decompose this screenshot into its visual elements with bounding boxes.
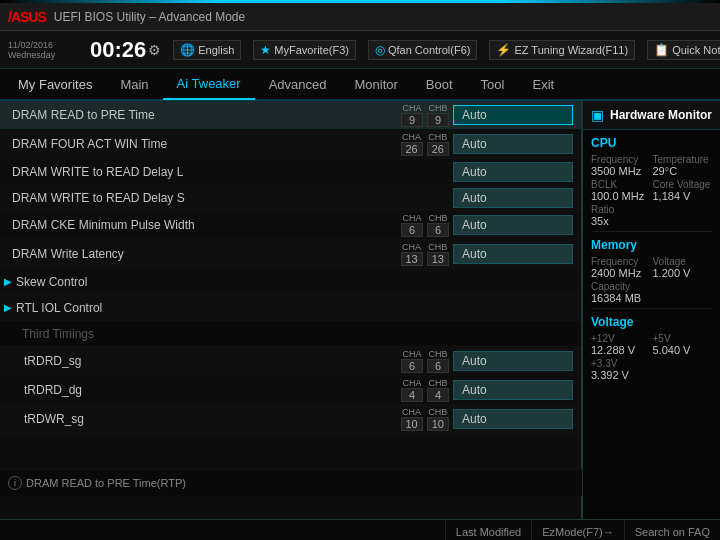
top-bar: /ASUS UEFI BIOS Utility – Advanced Mode xyxy=(0,3,720,31)
row-label: DRAM Write Latency xyxy=(4,247,401,261)
favorite-icon: ★ xyxy=(260,43,271,57)
memory-title: Memory xyxy=(591,238,712,252)
bclk-label: BCLK xyxy=(591,179,651,190)
table-row[interactable]: DRAM FOUR ACT WIN Time CHA26 CHB26 Auto xyxy=(0,130,581,159)
quicknote-label: Quick Note(F9) xyxy=(672,44,720,56)
table-row[interactable]: DRAM WRITE to READ Delay L Auto xyxy=(0,159,581,185)
channel-badges: CHA26 CHB26 xyxy=(401,132,450,156)
row-label: Skew Control xyxy=(16,275,577,289)
mem-voltage-value: 1.200 V xyxy=(653,267,713,279)
table-row[interactable]: ▶ Skew Control xyxy=(0,269,581,295)
eztuning-label: EZ Tuning Wizard(F11) xyxy=(514,44,628,56)
search-faq-button[interactable]: Search on FAQ xyxy=(624,520,720,540)
nav-exit[interactable]: Exit xyxy=(518,68,568,100)
ratio-value: 35x xyxy=(591,215,712,227)
status-bar: Last Modified EzMode(F7)→ Search on FAQ xyxy=(0,519,720,540)
table-row[interactable]: DRAM CKE Minimum Pulse Width CHA6 CHB6 A… xyxy=(0,211,581,240)
language-icon: 🌐 xyxy=(180,43,195,57)
nav-main[interactable]: Main xyxy=(106,68,162,100)
row-label: DRAM WRITE to READ Delay S xyxy=(4,191,453,205)
gear-icon[interactable]: ⚙ xyxy=(148,42,161,58)
expand-arrow-icon: ▶ xyxy=(4,302,12,313)
mem-freq-value: 2400 MHz xyxy=(591,267,651,279)
tuning-icon: ⚡ xyxy=(496,43,511,57)
value-box[interactable]: Auto xyxy=(453,105,573,125)
p33v-value: 3.392 V xyxy=(591,369,712,381)
value-box[interactable]: Auto xyxy=(453,244,573,264)
value-box[interactable]: Auto xyxy=(453,215,573,235)
core-voltage-label: Core Voltage xyxy=(653,179,713,190)
bios-title: UEFI BIOS Utility – Advanced Mode xyxy=(54,10,245,24)
value-box[interactable]: Auto xyxy=(453,351,573,371)
table-row[interactable]: tRDRD_dg CHA4 CHB4 Auto xyxy=(0,376,581,405)
nav-monitor[interactable]: Monitor xyxy=(341,68,412,100)
cpu-title: CPU xyxy=(591,136,712,150)
info-icon: i xyxy=(8,476,22,490)
qfan-button[interactable]: ◎ Qfan Control(F6) xyxy=(368,40,478,60)
p33v-label: +3.3V xyxy=(591,358,712,369)
memory-section: Memory Frequency 2400 MHz Voltage 1.200 … xyxy=(591,238,712,304)
channel-badges: CHA6 CHB6 xyxy=(401,349,449,373)
ratio-label: Ratio xyxy=(591,204,712,215)
p12v-value: 12.288 V xyxy=(591,344,651,356)
myfavorite-button[interactable]: ★ MyFavorite(F3) xyxy=(253,40,356,60)
section-header: Third Timings xyxy=(0,321,581,347)
nav-tool[interactable]: Tool xyxy=(467,68,519,100)
asus-logo: /ASUS xyxy=(8,9,46,25)
bclk-value: 100.0 MHz xyxy=(591,190,651,202)
clock-display: 00:26 xyxy=(90,37,146,63)
row-label: RTL IOL Control xyxy=(16,301,577,315)
nav-ai-tweaker[interactable]: Ai Tweaker xyxy=(163,68,255,100)
ezmode-button[interactable]: EzMode(F7)→ xyxy=(531,520,624,540)
table-row[interactable]: DRAM WRITE to READ Delay S Auto xyxy=(0,185,581,211)
row-label: DRAM CKE Minimum Pulse Width xyxy=(4,218,401,232)
mem-freq-label: Frequency xyxy=(591,256,651,267)
myfavorite-label: MyFavorite(F3) xyxy=(274,44,349,56)
eztuning-button[interactable]: ⚡ EZ Tuning Wizard(F11) xyxy=(489,40,635,60)
nav-boot[interactable]: Boot xyxy=(412,68,467,100)
cpu-freq-label: Frequency xyxy=(591,154,651,165)
row-label: tRDWR_sg xyxy=(4,412,401,426)
row-label: DRAM FOUR ACT WIN Time xyxy=(4,137,401,151)
channel-badges: CHA10 CHB10 xyxy=(401,407,450,431)
value-box[interactable]: Auto xyxy=(453,134,573,154)
value-box[interactable]: Auto xyxy=(453,188,573,208)
channel-badges: CHA4 CHB4 xyxy=(401,378,449,402)
value-box[interactable]: Auto xyxy=(453,162,573,182)
table-row[interactable]: DRAM READ to PRE Time CHA9 CHB9 Auto xyxy=(0,101,581,130)
language-button[interactable]: 🌐 English xyxy=(173,40,241,60)
cpu-temp-value: 29°C xyxy=(653,165,713,177)
voltage-section: Voltage +12V 12.288 V +5V 5.040 V +3.3V … xyxy=(591,315,712,381)
cpu-section: CPU Frequency 3500 MHz Temperature 29°C … xyxy=(591,136,712,227)
header-bar: 11/02/2016Wednesday 00:26 ⚙ 🌐 English ★ … xyxy=(0,31,720,69)
table-row[interactable]: tRDWR_sg CHA10 CHB10 Auto xyxy=(0,405,581,434)
nav-advanced[interactable]: Advanced xyxy=(255,68,341,100)
table-row[interactable]: DRAM Write Latency CHA13 CHB13 Auto xyxy=(0,240,581,269)
left-panel: DRAM READ to PRE Time CHA9 CHB9 Auto DRA… xyxy=(0,101,582,519)
quicknote-button[interactable]: 📋 Quick Note(F9) xyxy=(647,40,720,60)
qfan-label: Qfan Control(F6) xyxy=(388,44,471,56)
p12v-label: +12V xyxy=(591,333,651,344)
hw-monitor-title: Hardware Monitor xyxy=(610,108,712,122)
p5v-value: 5.040 V xyxy=(653,344,713,356)
expand-arrow-icon: ▶ xyxy=(4,276,12,287)
mem-voltage-label: Voltage xyxy=(653,256,713,267)
info-text: DRAM READ to PRE Time(RTP) xyxy=(26,477,186,489)
table-row[interactable]: ▶ RTL IOL Control xyxy=(0,295,581,321)
hw-monitor-header: ▣ Hardware Monitor xyxy=(583,101,720,130)
channel-badges: CHA9 CHB9 xyxy=(401,103,449,127)
nav-my-favorites[interactable]: My Favorites xyxy=(4,68,106,100)
last-modified-button[interactable]: Last Modified xyxy=(445,520,531,540)
value-box[interactable]: Auto xyxy=(453,409,573,429)
value-box[interactable]: Auto xyxy=(453,380,573,400)
fan-icon: ◎ xyxy=(375,43,385,57)
table-row[interactable]: tRDRD_sg CHA6 CHB6 Auto xyxy=(0,347,581,376)
right-panel: ▣ Hardware Monitor CPU Frequency 3500 MH… xyxy=(582,101,720,519)
monitor-icon: ▣ xyxy=(591,107,604,123)
section-label: Third Timings xyxy=(14,327,577,341)
channel-badges: CHA6 CHB6 xyxy=(401,213,449,237)
cpu-temp-label: Temperature xyxy=(653,154,713,165)
row-label: DRAM WRITE to READ Delay L xyxy=(4,165,449,179)
channel-badges: CHA13 CHB13 xyxy=(401,242,450,266)
row-label: tRDRD_sg xyxy=(4,354,401,368)
